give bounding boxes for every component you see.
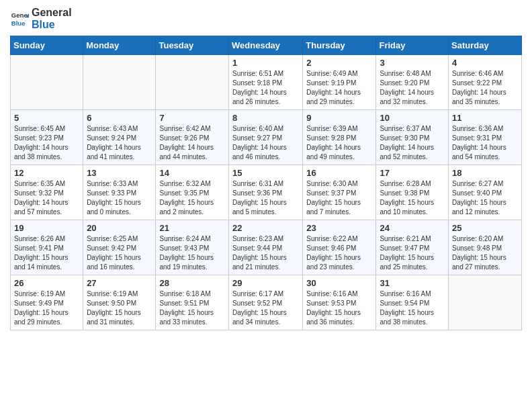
calendar-cell xyxy=(449,275,522,330)
calendar-cell: 10Sunrise: 6:37 AM Sunset: 9:30 PM Dayli… xyxy=(376,110,449,165)
calendar-cell: 3Sunrise: 6:48 AM Sunset: 9:20 PM Daylig… xyxy=(376,55,449,110)
day-info: Sunrise: 6:19 AM Sunset: 9:49 PM Dayligh… xyxy=(14,289,79,327)
day-info: Sunrise: 6:31 AM Sunset: 9:36 PM Dayligh… xyxy=(232,179,299,217)
day-info: Sunrise: 6:27 AM Sunset: 9:40 PM Dayligh… xyxy=(452,179,518,217)
calendar-cell: 19Sunrise: 6:26 AM Sunset: 9:41 PM Dayli… xyxy=(11,220,83,275)
day-number: 25 xyxy=(452,223,518,233)
day-info: Sunrise: 6:20 AM Sunset: 9:48 PM Dayligh… xyxy=(452,234,518,272)
day-number: 3 xyxy=(380,58,445,68)
calendar-cell: 24Sunrise: 6:21 AM Sunset: 9:47 PM Dayli… xyxy=(376,220,449,275)
day-number: 19 xyxy=(14,223,79,233)
calendar-cell: 17Sunrise: 6:28 AM Sunset: 9:38 PM Dayli… xyxy=(376,165,449,220)
calendar-cell: 31Sunrise: 6:16 AM Sunset: 9:54 PM Dayli… xyxy=(376,275,449,330)
day-number: 9 xyxy=(306,113,372,123)
calendar-cell: 2Sunrise: 6:49 AM Sunset: 9:19 PM Daylig… xyxy=(303,55,376,110)
calendar-cell: 11Sunrise: 6:36 AM Sunset: 9:31 PM Dayli… xyxy=(449,110,522,165)
calendar-cell: 14Sunrise: 6:32 AM Sunset: 9:35 PM Dayli… xyxy=(156,165,229,220)
day-number: 6 xyxy=(87,113,152,123)
calendar-cell: 18Sunrise: 6:27 AM Sunset: 9:40 PM Dayli… xyxy=(449,165,522,220)
day-number: 22 xyxy=(232,223,299,233)
weekday-header-tuesday: Tuesday xyxy=(156,36,229,55)
calendar-cell: 4Sunrise: 6:46 AM Sunset: 9:22 PM Daylig… xyxy=(449,55,522,110)
day-info: Sunrise: 6:43 AM Sunset: 9:24 PM Dayligh… xyxy=(87,124,152,162)
day-number: 26 xyxy=(14,278,79,288)
day-info: Sunrise: 6:33 AM Sunset: 9:33 PM Dayligh… xyxy=(87,179,152,217)
day-info: Sunrise: 6:37 AM Sunset: 9:30 PM Dayligh… xyxy=(380,124,445,162)
calendar-week-row: 19Sunrise: 6:26 AM Sunset: 9:41 PM Dayli… xyxy=(11,220,522,275)
day-info: Sunrise: 6:22 AM Sunset: 9:46 PM Dayligh… xyxy=(306,234,372,272)
calendar-cell: 5Sunrise: 6:45 AM Sunset: 9:23 PM Daylig… xyxy=(11,110,83,165)
day-info: Sunrise: 6:17 AM Sunset: 9:52 PM Dayligh… xyxy=(232,289,299,327)
logo-icon: General Blue xyxy=(10,9,29,28)
calendar-cell: 30Sunrise: 6:16 AM Sunset: 9:53 PM Dayli… xyxy=(303,275,376,330)
calendar-week-row: 1Sunrise: 6:51 AM Sunset: 9:18 PM Daylig… xyxy=(11,55,522,110)
day-number: 27 xyxy=(87,278,152,288)
calendar-cell: 16Sunrise: 6:30 AM Sunset: 9:37 PM Dayli… xyxy=(303,165,376,220)
day-info: Sunrise: 6:40 AM Sunset: 9:27 PM Dayligh… xyxy=(232,124,299,162)
day-number: 10 xyxy=(380,113,445,123)
day-info: Sunrise: 6:25 AM Sunset: 9:42 PM Dayligh… xyxy=(87,234,152,272)
day-number: 1 xyxy=(232,58,299,68)
day-number: 11 xyxy=(452,113,518,123)
calendar-cell xyxy=(83,55,156,110)
calendar-cell: 9Sunrise: 6:39 AM Sunset: 9:28 PM Daylig… xyxy=(303,110,376,165)
day-info: Sunrise: 6:48 AM Sunset: 9:20 PM Dayligh… xyxy=(380,69,445,107)
calendar-cell: 7Sunrise: 6:42 AM Sunset: 9:26 PM Daylig… xyxy=(156,110,229,165)
calendar-cell: 26Sunrise: 6:19 AM Sunset: 9:49 PM Dayli… xyxy=(11,275,83,330)
day-info: Sunrise: 6:21 AM Sunset: 9:47 PM Dayligh… xyxy=(380,234,445,272)
day-info: Sunrise: 6:42 AM Sunset: 9:26 PM Dayligh… xyxy=(159,124,225,162)
calendar-week-row: 5Sunrise: 6:45 AM Sunset: 9:23 PM Daylig… xyxy=(11,110,522,165)
calendar-cell: 12Sunrise: 6:35 AM Sunset: 9:32 PM Dayli… xyxy=(11,165,83,220)
day-number: 5 xyxy=(14,113,79,123)
weekday-header-sunday: Sunday xyxy=(11,36,83,55)
day-info: Sunrise: 6:19 AM Sunset: 9:50 PM Dayligh… xyxy=(87,289,152,327)
day-number: 16 xyxy=(306,168,372,178)
day-info: Sunrise: 6:16 AM Sunset: 9:54 PM Dayligh… xyxy=(380,289,445,327)
day-info: Sunrise: 6:32 AM Sunset: 9:35 PM Dayligh… xyxy=(159,179,225,217)
calendar-cell: 23Sunrise: 6:22 AM Sunset: 9:46 PM Dayli… xyxy=(303,220,376,275)
logo-general-text: General xyxy=(32,7,72,19)
page-header: General Blue General Blue xyxy=(10,7,522,30)
weekday-header-row: SundayMondayTuesdayWednesdayThursdayFrid… xyxy=(11,36,522,55)
day-info: Sunrise: 6:16 AM Sunset: 9:53 PM Dayligh… xyxy=(306,289,372,327)
day-info: Sunrise: 6:51 AM Sunset: 9:18 PM Dayligh… xyxy=(232,69,299,107)
weekday-header-thursday: Thursday xyxy=(303,36,376,55)
day-number: 24 xyxy=(380,223,445,233)
day-info: Sunrise: 6:26 AM Sunset: 9:41 PM Dayligh… xyxy=(14,234,79,272)
weekday-header-saturday: Saturday xyxy=(449,36,522,55)
calendar-table: SundayMondayTuesdayWednesdayThursdayFrid… xyxy=(10,36,522,330)
day-number: 23 xyxy=(306,223,372,233)
svg-text:General: General xyxy=(11,11,29,19)
day-number: 20 xyxy=(87,223,152,233)
day-info: Sunrise: 6:24 AM Sunset: 9:43 PM Dayligh… xyxy=(159,234,225,272)
day-info: Sunrise: 6:23 AM Sunset: 9:44 PM Dayligh… xyxy=(232,234,299,272)
day-number: 21 xyxy=(159,223,225,233)
calendar-week-row: 12Sunrise: 6:35 AM Sunset: 9:32 PM Dayli… xyxy=(11,165,522,220)
calendar-cell: 1Sunrise: 6:51 AM Sunset: 9:18 PM Daylig… xyxy=(229,55,303,110)
calendar-cell: 27Sunrise: 6:19 AM Sunset: 9:50 PM Dayli… xyxy=(83,275,156,330)
weekday-header-friday: Friday xyxy=(376,36,449,55)
day-number: 31 xyxy=(380,278,445,288)
day-info: Sunrise: 6:39 AM Sunset: 9:28 PM Dayligh… xyxy=(306,124,372,162)
day-number: 2 xyxy=(306,58,372,68)
calendar-cell xyxy=(156,55,229,110)
day-number: 28 xyxy=(159,278,225,288)
day-number: 30 xyxy=(306,278,372,288)
day-info: Sunrise: 6:18 AM Sunset: 9:51 PM Dayligh… xyxy=(159,289,225,327)
day-info: Sunrise: 6:35 AM Sunset: 9:32 PM Dayligh… xyxy=(14,179,79,217)
day-number: 17 xyxy=(380,168,445,178)
day-number: 4 xyxy=(452,58,518,68)
day-info: Sunrise: 6:46 AM Sunset: 9:22 PM Dayligh… xyxy=(452,69,518,107)
day-info: Sunrise: 6:36 AM Sunset: 9:31 PM Dayligh… xyxy=(452,124,518,162)
day-number: 7 xyxy=(159,113,225,123)
calendar-cell: 13Sunrise: 6:33 AM Sunset: 9:33 PM Dayli… xyxy=(83,165,156,220)
calendar-week-row: 26Sunrise: 6:19 AM Sunset: 9:49 PM Dayli… xyxy=(11,275,522,330)
day-number: 13 xyxy=(87,168,152,178)
day-number: 18 xyxy=(452,168,518,178)
day-number: 12 xyxy=(14,168,79,178)
day-info: Sunrise: 6:49 AM Sunset: 9:19 PM Dayligh… xyxy=(306,69,372,107)
calendar-cell: 6Sunrise: 6:43 AM Sunset: 9:24 PM Daylig… xyxy=(83,110,156,165)
calendar-cell: 21Sunrise: 6:24 AM Sunset: 9:43 PM Dayli… xyxy=(156,220,229,275)
calendar-cell: 28Sunrise: 6:18 AM Sunset: 9:51 PM Dayli… xyxy=(156,275,229,330)
calendar-cell: 29Sunrise: 6:17 AM Sunset: 9:52 PM Dayli… xyxy=(229,275,303,330)
